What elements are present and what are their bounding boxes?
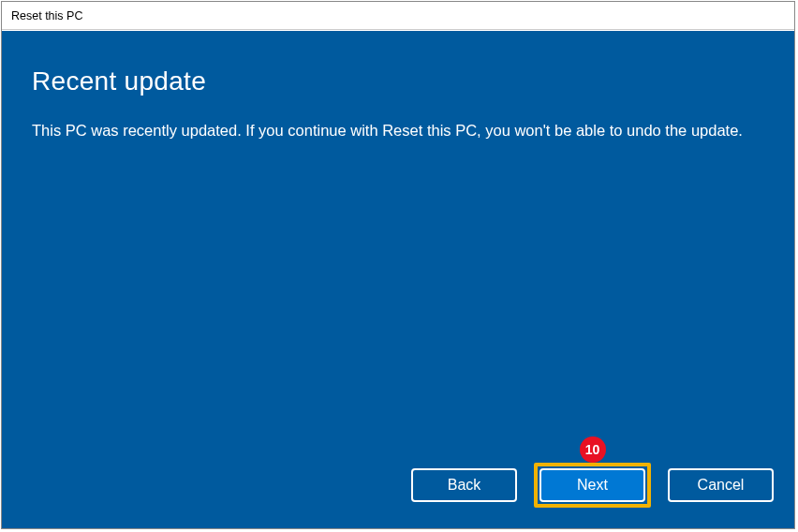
reset-pc-window: Reset this PC Recent update This PC was … (1, 1, 795, 529)
step-callout: 10 (580, 436, 606, 463)
next-button-highlight: 10 Next (534, 463, 651, 508)
back-button[interactable]: Back (411, 468, 517, 502)
cancel-button[interactable]: Cancel (668, 468, 774, 502)
next-button[interactable]: Next (539, 468, 645, 502)
titlebar: Reset this PC (2, 2, 794, 30)
window-title: Reset this PC (11, 9, 82, 22)
button-row: Back 10 Next Cancel (411, 463, 774, 508)
content-area: Recent update This PC was recently updat… (2, 31, 794, 528)
page-body-text: This PC was recently updated. If you con… (32, 119, 762, 143)
page-heading: Recent update (32, 66, 764, 96)
